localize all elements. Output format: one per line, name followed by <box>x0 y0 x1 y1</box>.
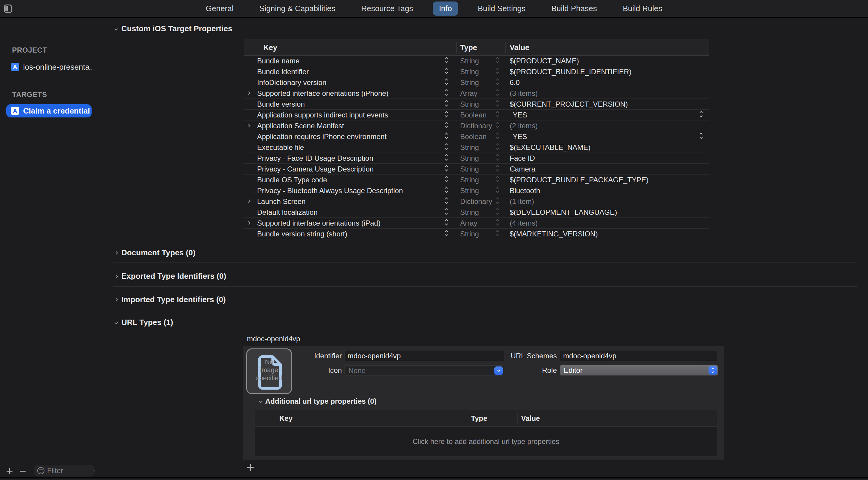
icon-popup[interactable]: None <box>344 365 504 376</box>
type-stepper[interactable] <box>496 79 499 84</box>
type-stepper[interactable] <box>496 133 499 139</box>
type-stepper[interactable] <box>496 122 499 128</box>
key-stepper[interactable] <box>445 176 447 182</box>
plist-row[interactable]: Supported interface orientations (iPad)A… <box>244 218 709 229</box>
add-url-type-button[interactable]: + <box>246 459 254 475</box>
type-stepper[interactable] <box>496 176 499 182</box>
value-popup-stepper[interactable] <box>700 133 702 139</box>
type-stepper[interactable] <box>496 209 499 214</box>
type-stepper[interactable] <box>496 155 499 160</box>
key-stepper[interactable] <box>445 198 447 203</box>
row-type: String <box>460 230 479 238</box>
plist-row[interactable]: Application Scene ManifestDictionary(2 i… <box>244 120 709 131</box>
plist-row[interactable]: Privacy - Face ID Usage DescriptionStrin… <box>244 153 709 164</box>
tab-resource-tags[interactable]: Resource Tags <box>355 1 419 16</box>
column-header-value: Value <box>510 43 529 52</box>
row-key: Executable file <box>257 143 304 152</box>
tab-build-rules[interactable]: Build Rules <box>617 1 669 16</box>
disclosure-chevron-icon[interactable] <box>247 200 250 203</box>
plist-row[interactable]: InfoDictionary versionString6.0 <box>244 77 709 88</box>
key-stepper[interactable] <box>445 68 447 73</box>
type-stepper[interactable] <box>496 230 499 236</box>
key-stepper[interactable] <box>445 230 447 236</box>
filter-field[interactable] <box>34 465 95 476</box>
url-type-image-well[interactable]: No image specified <box>246 349 292 394</box>
plist-row[interactable]: Privacy - Camera Usage DescriptionString… <box>244 164 709 175</box>
type-stepper[interactable] <box>496 198 499 203</box>
type-stepper[interactable] <box>496 219 499 225</box>
plist-row[interactable]: Bundle identifierString$(PRODUCT_BUNDLE_… <box>244 66 709 77</box>
section-exported-type-identifiers[interactable]: Exported Type Identifiers (0) <box>115 272 226 281</box>
plist-row[interactable]: Bundle OS Type codeString$(PRODUCT_BUNDL… <box>244 175 709 185</box>
identifier-label: Identifier <box>288 351 342 361</box>
disclosure-chevron-icon[interactable] <box>247 91 250 95</box>
key-stepper[interactable] <box>445 187 447 192</box>
key-stepper[interactable] <box>445 90 447 95</box>
type-stepper[interactable] <box>496 166 499 171</box>
project-section-label: PROJECT <box>12 46 47 54</box>
type-stepper[interactable] <box>496 57 499 63</box>
key-stepper[interactable] <box>445 133 447 139</box>
section-url-types[interactable]: URL Types (1) <box>115 318 173 327</box>
key-stepper[interactable] <box>445 209 447 214</box>
filter-icon <box>37 467 45 475</box>
plist-row[interactable]: Bundle versionString$(CURRENT_PROJECT_VE… <box>244 99 709 110</box>
column-header-key: Key <box>264 43 277 52</box>
value-popup-stepper[interactable] <box>700 112 702 117</box>
plist-row[interactable]: Application supports indirect input even… <box>244 110 709 120</box>
type-stepper[interactable] <box>496 112 499 117</box>
column-divider <box>467 413 467 424</box>
plist-row[interactable]: Supported interface orientations (iPhone… <box>244 88 709 99</box>
key-stepper[interactable] <box>445 57 447 63</box>
plist-row[interactable]: Executable fileString$(EXECUTABLE_NAME) <box>244 142 709 153</box>
type-stepper[interactable] <box>496 187 499 192</box>
url-schemes-input[interactable] <box>560 351 718 361</box>
sidebar-item-project[interactable]: A ios-online-presenta… <box>6 60 92 73</box>
plist-row[interactable]: Default localizationString$(DEVELOPMENT_… <box>244 207 709 218</box>
row-value: $(PRODUCT_BUNDLE_IDENTIFIER) <box>510 68 631 76</box>
row-value: (1 item) <box>510 197 534 206</box>
remove-target-button[interactable]: − <box>19 463 26 479</box>
plist-row[interactable]: Application requires iPhone environmentB… <box>244 131 709 142</box>
additional-url-type-properties-header[interactable]: Additional url type properties (0) <box>259 397 377 406</box>
key-stepper[interactable] <box>445 112 447 117</box>
icon-popup-value: None <box>348 366 366 375</box>
add-target-button[interactable]: + <box>6 463 13 479</box>
window-bottom-fill <box>0 479 868 480</box>
disclosure-chevron-icon[interactable] <box>247 221 250 224</box>
row-type: String <box>460 186 479 195</box>
type-stepper[interactable] <box>496 144 499 149</box>
key-stepper[interactable] <box>445 101 447 106</box>
key-stepper[interactable] <box>445 219 447 225</box>
tab-build-settings[interactable]: Build Settings <box>472 1 532 16</box>
role-popup[interactable]: Editor <box>560 365 718 376</box>
disclosure-chevron-icon[interactable] <box>247 124 250 127</box>
row-key: Application requires iPhone environment <box>257 132 386 141</box>
section-imported-type-identifiers[interactable]: Imported Type Identifiers (0) <box>115 295 226 304</box>
key-stepper[interactable] <box>445 122 447 128</box>
tab-build-phases[interactable]: Build Phases <box>546 1 603 16</box>
popup-stepper-button[interactable] <box>709 366 717 374</box>
tab-signing-capabilities[interactable]: Signing & Capabilities <box>253 1 341 16</box>
identifier-input[interactable] <box>344 351 504 361</box>
key-stepper[interactable] <box>445 166 447 171</box>
plist-row[interactable]: Bundle version string (short)String$(MAR… <box>244 229 709 239</box>
key-stepper[interactable] <box>445 144 447 149</box>
sidebar-item-target[interactable]: A Claim a credential t… <box>6 104 92 117</box>
key-stepper[interactable] <box>445 155 447 160</box>
tab-general[interactable]: General <box>200 1 240 16</box>
plist-row[interactable]: Privacy - Bluetooth Always Usage Descrip… <box>244 185 709 196</box>
custom-properties-header[interactable]: Custom iOS Target Properties <box>115 24 232 33</box>
section-document-types[interactable]: Document Types (0) <box>115 248 195 258</box>
type-stepper[interactable] <box>496 101 499 106</box>
add-additional-properties-link[interactable]: Click here to add additional url type pr… <box>413 437 559 446</box>
filter-input[interactable] <box>47 467 86 475</box>
key-stepper[interactable] <box>445 79 447 84</box>
plist-row[interactable]: Bundle nameString$(PRODUCT_NAME) <box>244 56 709 66</box>
plist-row[interactable]: Launch ScreenDictionary(1 item) <box>244 196 709 207</box>
type-stepper[interactable] <box>496 90 499 95</box>
row-type: String <box>460 143 479 152</box>
type-stepper[interactable] <box>496 68 499 73</box>
tab-info[interactable]: Info <box>433 1 458 16</box>
additional-table-empty-area[interactable]: Click here to add additional url type pr… <box>255 426 717 456</box>
